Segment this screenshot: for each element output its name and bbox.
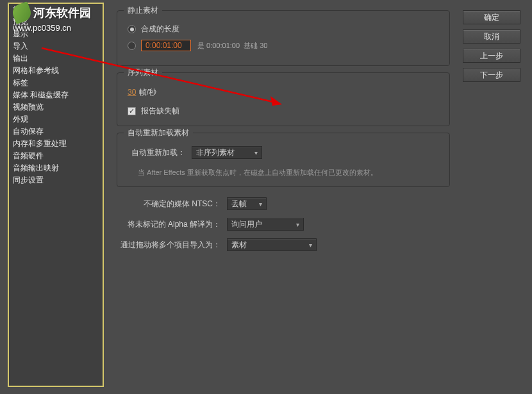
sidebar-item-output[interactable]: 输出 <box>9 53 103 65</box>
lower-form: 不确定的媒体 NTSC： 丢帧 将未标记的 Alpha 解译为： 询问用户 通过… <box>117 197 450 251</box>
fps-value-link[interactable]: 30 <box>128 88 136 97</box>
report-missing-label: 报告缺失帧 <box>141 106 179 117</box>
group-title-sequence: 序列素材 <box>124 67 162 78</box>
sidebar-item-grids[interactable]: 网格和参考线 <box>9 65 103 77</box>
sidebar-item-import[interactable]: 导入 <box>9 40 103 53</box>
sidebar-item-video-preview[interactable]: 视频预览 <box>9 101 103 113</box>
sidebar-item-labels[interactable]: 标签 <box>9 77 103 89</box>
sidebar-item-media-cache[interactable]: 媒体 和磁盘缓存 <box>9 89 103 101</box>
next-button[interactable]: 下一步 <box>463 68 520 82</box>
auto-reload-group: 自动重新加载素材 自动重新加载： 非序列素材 当 After Effects 重… <box>117 133 450 187</box>
still-footage-group: 静止素材 合成的长度 是 0:00:01:00 基础 30 <box>117 10 450 66</box>
alpha-label: 将未标记的 Alpha 解译为： <box>117 219 220 230</box>
sidebar-item-display[interactable]: 显示 <box>9 28 103 40</box>
sidebar-item-memory[interactable]: 内存和多重处理 <box>9 138 103 150</box>
ok-button[interactable]: 确定 <box>463 10 520 24</box>
fps-unit: 帧/秒 <box>139 88 156 97</box>
button-panel: 确定 取消 上一步 下一步 <box>463 10 520 82</box>
sidebar-item-audio-hw[interactable]: 音频硬件 <box>9 150 103 162</box>
sidebar-item-appearance[interactable]: 外观 <box>9 113 103 126</box>
time-input[interactable] <box>141 40 191 51</box>
group-title-still: 静止素材 <box>124 5 162 16</box>
auto-reload-hint: 当 After Effects 重新获取焦点时，在磁盘上自动重新加载任何已更改的… <box>138 168 439 177</box>
report-missing-checkbox[interactable] <box>128 107 136 115</box>
drag-label: 通过拖动将多个项目导入为： <box>117 240 220 250</box>
comp-length-label: 合成的长度 <box>141 24 179 35</box>
cancel-button[interactable]: 取消 <box>463 29 520 44</box>
sidebar: 常规 预览 显示 导入 输出 网格和参考线 标签 媒体 和磁盘缓存 视频预览 外… <box>8 3 104 387</box>
prev-button[interactable]: 上一步 <box>463 49 520 63</box>
ntsc-dropdown[interactable]: 丢帧 <box>227 197 267 210</box>
alpha-dropdown[interactable]: 询问用户 <box>227 218 304 231</box>
radio-time[interactable] <box>128 42 136 50</box>
drag-dropdown[interactable]: 素材 <box>227 238 317 251</box>
sidebar-item-sync[interactable]: 同步设置 <box>9 174 103 186</box>
content-area: 静止素材 合成的长度 是 0:00:01:00 基础 30 序列素材 30 帧/… <box>117 10 450 259</box>
time-info: 是 0:00:01:00 基础 30 <box>197 41 267 51</box>
radio-comp-length[interactable] <box>128 25 136 33</box>
sidebar-item-autosave[interactable]: 自动保存 <box>9 126 103 138</box>
ntsc-label: 不确定的媒体 NTSC： <box>117 199 220 209</box>
sidebar-item-general[interactable]: 常规 <box>9 4 103 16</box>
sidebar-item-preview[interactable]: 预览 <box>9 16 103 28</box>
group-title-autoreload: 自动重新加载素材 <box>124 127 193 138</box>
auto-reload-label: 自动重新加载： <box>128 147 185 158</box>
sequence-footage-group: 序列素材 30 帧/秒 报告缺失帧 <box>117 72 450 126</box>
auto-reload-dropdown[interactable]: 非序列素材 <box>192 146 262 159</box>
sidebar-item-audio-out[interactable]: 音频输出映射 <box>9 162 103 174</box>
